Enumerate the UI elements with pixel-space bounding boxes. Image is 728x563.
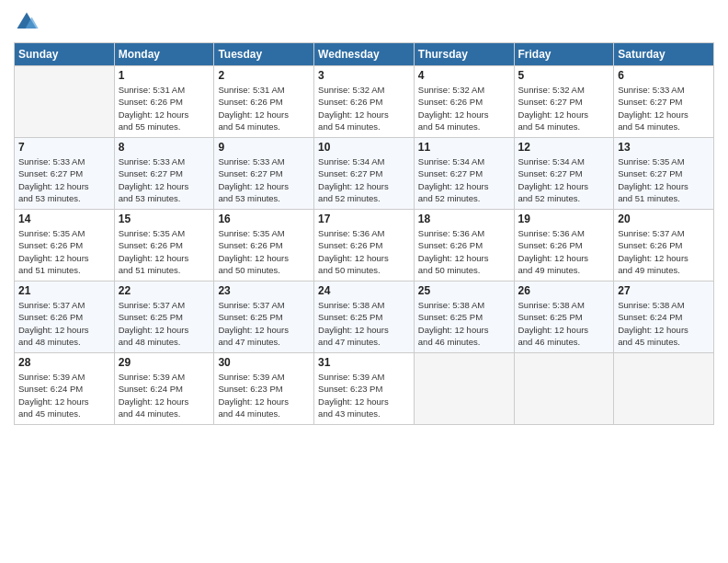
day-info: Sunrise: 5:35 AM Sunset: 6:26 PM Dayligh… [18,227,110,276]
day-number: 21 [18,284,110,297]
day-number: 26 [518,284,610,297]
day-info: Sunrise: 5:37 AM Sunset: 6:26 PM Dayligh… [618,227,710,276]
day-cell: 28Sunrise: 5:39 AM Sunset: 6:24 PM Dayli… [15,353,115,425]
day-cell: 22Sunrise: 5:37 AM Sunset: 6:25 PM Dayli… [114,282,214,353]
day-cell: 15Sunrise: 5:35 AM Sunset: 6:26 PM Dayli… [114,210,214,282]
day-info: Sunrise: 5:32 AM Sunset: 6:26 PM Dayligh… [318,84,410,132]
day-number: 2 [218,69,310,82]
day-info: Sunrise: 5:31 AM Sunset: 6:26 PM Dayligh… [119,84,210,132]
day-info: Sunrise: 5:32 AM Sunset: 6:26 PM Dayligh… [418,84,510,132]
col-header-monday: Monday [114,43,214,66]
day-info: Sunrise: 5:35 AM Sunset: 6:27 PM Dayligh… [618,155,710,204]
day-number: 24 [318,284,410,297]
week-row-2: 7Sunrise: 5:33 AM Sunset: 6:27 PM Daylig… [15,138,714,210]
day-info: Sunrise: 5:39 AM Sunset: 6:23 PM Dayligh… [218,371,310,419]
day-cell: 24Sunrise: 5:38 AM Sunset: 6:25 PM Dayli… [314,282,415,353]
col-header-saturday: Saturday [614,43,714,66]
day-number: 6 [618,69,710,82]
day-number: 20 [618,213,710,225]
day-cell: 5Sunrise: 5:32 AM Sunset: 6:27 PM Daylig… [514,66,614,138]
day-info: Sunrise: 5:33 AM Sunset: 6:27 PM Dayligh… [218,155,310,204]
day-cell: 21Sunrise: 5:37 AM Sunset: 6:26 PM Dayli… [15,282,115,353]
day-cell: 27Sunrise: 5:38 AM Sunset: 6:24 PM Dayli… [614,282,714,353]
day-cell: 8Sunrise: 5:33 AM Sunset: 6:27 PM Daylig… [114,138,214,210]
day-number: 25 [418,284,510,297]
day-cell [414,353,514,425]
day-number: 9 [218,141,310,154]
day-info: Sunrise: 5:36 AM Sunset: 6:26 PM Dayligh… [418,227,510,276]
day-info: Sunrise: 5:37 AM Sunset: 6:26 PM Dayligh… [18,299,110,348]
day-number: 17 [318,213,410,225]
day-number: 30 [218,356,310,369]
day-number: 31 [318,356,410,369]
day-number: 12 [518,141,610,154]
day-info: Sunrise: 5:36 AM Sunset: 6:26 PM Dayligh… [518,227,610,276]
day-cell: 26Sunrise: 5:38 AM Sunset: 6:25 PM Dayli… [514,282,614,353]
day-cell [514,353,614,425]
day-cell: 3Sunrise: 5:32 AM Sunset: 6:26 PM Daylig… [314,66,415,138]
day-cell: 18Sunrise: 5:36 AM Sunset: 6:26 PM Dayli… [414,210,514,282]
day-info: Sunrise: 5:37 AM Sunset: 6:25 PM Dayligh… [218,299,310,348]
day-info: Sunrise: 5:34 AM Sunset: 6:27 PM Dayligh… [418,155,510,204]
day-number: 11 [418,141,510,154]
day-cell: 1Sunrise: 5:31 AM Sunset: 6:26 PM Daylig… [114,66,214,138]
day-number: 29 [119,356,210,369]
day-number: 23 [218,284,310,297]
page: SundayMondayTuesdayWednesdayThursdayFrid… [0,0,728,434]
day-info: Sunrise: 5:38 AM Sunset: 6:25 PM Dayligh… [518,299,610,348]
day-cell: 19Sunrise: 5:36 AM Sunset: 6:26 PM Dayli… [514,210,614,282]
day-number: 1 [119,69,210,82]
day-cell [614,353,714,425]
day-cell: 12Sunrise: 5:34 AM Sunset: 6:27 PM Dayli… [514,138,614,210]
day-number: 16 [218,213,310,225]
day-info: Sunrise: 5:37 AM Sunset: 6:25 PM Dayligh… [119,299,210,348]
day-cell: 23Sunrise: 5:37 AM Sunset: 6:25 PM Dayli… [214,282,314,353]
week-row-4: 21Sunrise: 5:37 AM Sunset: 6:26 PM Dayli… [15,282,714,353]
day-info: Sunrise: 5:39 AM Sunset: 6:24 PM Dayligh… [18,371,110,419]
col-header-wednesday: Wednesday [314,43,415,66]
day-info: Sunrise: 5:39 AM Sunset: 6:23 PM Dayligh… [318,371,410,419]
day-cell: 16Sunrise: 5:35 AM Sunset: 6:26 PM Dayli… [214,210,314,282]
day-number: 13 [618,141,710,154]
day-info: Sunrise: 5:39 AM Sunset: 6:24 PM Dayligh… [119,371,210,419]
logo [14,9,42,35]
day-cell: 31Sunrise: 5:39 AM Sunset: 6:23 PM Dayli… [314,353,415,425]
day-info: Sunrise: 5:33 AM Sunset: 6:27 PM Dayligh… [618,84,710,132]
day-info: Sunrise: 5:34 AM Sunset: 6:27 PM Dayligh… [518,155,610,204]
day-info: Sunrise: 5:33 AM Sunset: 6:27 PM Dayligh… [119,155,210,204]
day-cell: 11Sunrise: 5:34 AM Sunset: 6:27 PM Dayli… [414,138,514,210]
day-cell: 25Sunrise: 5:38 AM Sunset: 6:25 PM Dayli… [414,282,514,353]
day-cell: 29Sunrise: 5:39 AM Sunset: 6:24 PM Dayli… [114,353,214,425]
day-cell: 14Sunrise: 5:35 AM Sunset: 6:26 PM Dayli… [15,210,115,282]
day-info: Sunrise: 5:32 AM Sunset: 6:27 PM Dayligh… [518,84,610,132]
day-info: Sunrise: 5:35 AM Sunset: 6:26 PM Dayligh… [119,227,210,276]
col-header-friday: Friday [514,43,614,66]
day-number: 4 [418,69,510,82]
day-info: Sunrise: 5:33 AM Sunset: 6:27 PM Dayligh… [18,155,110,204]
week-row-5: 28Sunrise: 5:39 AM Sunset: 6:24 PM Dayli… [15,353,714,425]
col-header-sunday: Sunday [15,43,115,66]
day-number: 3 [318,69,410,82]
day-cell: 17Sunrise: 5:36 AM Sunset: 6:26 PM Dayli… [314,210,415,282]
day-info: Sunrise: 5:38 AM Sunset: 6:25 PM Dayligh… [418,299,510,348]
day-number: 18 [418,213,510,225]
day-cell: 20Sunrise: 5:37 AM Sunset: 6:26 PM Dayli… [614,210,714,282]
day-cell: 30Sunrise: 5:39 AM Sunset: 6:23 PM Dayli… [214,353,314,425]
day-cell: 13Sunrise: 5:35 AM Sunset: 6:27 PM Dayli… [614,138,714,210]
header-row: SundayMondayTuesdayWednesdayThursdayFrid… [15,43,714,66]
day-info: Sunrise: 5:34 AM Sunset: 6:27 PM Dayligh… [318,155,410,204]
day-number: 5 [518,69,610,82]
calendar-table: SundayMondayTuesdayWednesdayThursdayFrid… [14,42,714,425]
day-cell [15,66,115,138]
logo-icon [14,9,40,35]
header [14,9,714,35]
day-number: 15 [119,213,210,225]
day-cell: 7Sunrise: 5:33 AM Sunset: 6:27 PM Daylig… [15,138,115,210]
day-number: 10 [318,141,410,154]
day-info: Sunrise: 5:31 AM Sunset: 6:26 PM Dayligh… [218,84,310,132]
day-cell: 9Sunrise: 5:33 AM Sunset: 6:27 PM Daylig… [214,138,314,210]
week-row-3: 14Sunrise: 5:35 AM Sunset: 6:26 PM Dayli… [15,210,714,282]
col-header-tuesday: Tuesday [214,43,314,66]
day-number: 19 [518,213,610,225]
day-number: 28 [18,356,110,369]
